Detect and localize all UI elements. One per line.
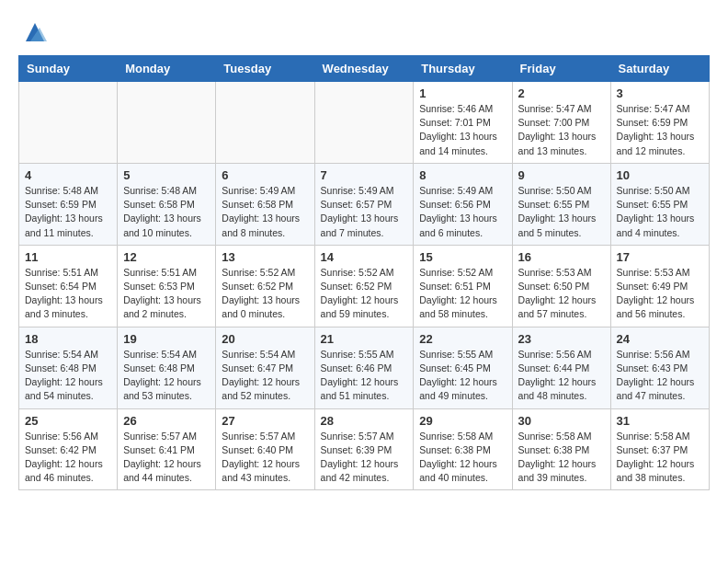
day-number: 7 — [321, 168, 408, 182]
day-number: 9 — [518, 168, 605, 182]
calendar-week-5: 25Sunrise: 5:56 AM Sunset: 6:42 PM Dayli… — [19, 408, 710, 490]
day-number: 14 — [321, 250, 408, 264]
day-number: 22 — [419, 332, 506, 346]
calendar-cell: 14Sunrise: 5:52 AM Sunset: 6:52 PM Dayli… — [314, 245, 414, 327]
day-number: 1 — [419, 86, 506, 100]
weekday-header-sunday: Sunday — [19, 56, 118, 82]
day-number: 13 — [222, 250, 308, 264]
calendar-cell: 1Sunrise: 5:46 AM Sunset: 7:01 PM Daylig… — [414, 82, 512, 164]
calendar-cell: 28Sunrise: 5:57 AM Sunset: 6:39 PM Dayli… — [314, 408, 414, 490]
day-number: 19 — [123, 332, 210, 346]
day-info: Sunrise: 5:47 AM Sunset: 6:59 PM Dayligh… — [617, 102, 703, 158]
day-info: Sunrise: 5:55 AM Sunset: 6:45 PM Dayligh… — [419, 348, 506, 404]
day-number: 2 — [518, 86, 605, 100]
day-number: 27 — [222, 414, 308, 428]
day-info: Sunrise: 5:50 AM Sunset: 6:55 PM Dayligh… — [518, 184, 605, 240]
weekday-header-tuesday: Tuesday — [216, 56, 314, 82]
calendar-week-3: 11Sunrise: 5:51 AM Sunset: 6:54 PM Dayli… — [19, 245, 710, 327]
calendar-cell: 17Sunrise: 5:53 AM Sunset: 6:49 PM Dayli… — [610, 245, 709, 327]
day-info: Sunrise: 5:57 AM Sunset: 6:39 PM Dayligh… — [321, 430, 408, 486]
calendar-week-2: 4Sunrise: 5:48 AM Sunset: 6:59 PM Daylig… — [19, 163, 710, 245]
day-info: Sunrise: 5:46 AM Sunset: 7:01 PM Dayligh… — [419, 102, 506, 158]
day-info: Sunrise: 5:51 AM Sunset: 6:53 PM Dayligh… — [123, 266, 210, 322]
day-info: Sunrise: 5:49 AM Sunset: 6:56 PM Dayligh… — [419, 184, 506, 240]
day-info: Sunrise: 5:58 AM Sunset: 6:38 PM Dayligh… — [419, 430, 506, 486]
day-number: 5 — [123, 168, 210, 182]
calendar-cell — [118, 82, 216, 164]
calendar-cell: 29Sunrise: 5:58 AM Sunset: 6:38 PM Dayli… — [414, 408, 512, 490]
calendar-cell — [19, 82, 118, 164]
day-info: Sunrise: 5:52 AM Sunset: 6:52 PM Dayligh… — [222, 266, 308, 322]
day-number: 10 — [617, 168, 703, 182]
weekday-header-monday: Monday — [118, 56, 216, 82]
calendar-cell: 4Sunrise: 5:48 AM Sunset: 6:59 PM Daylig… — [19, 163, 118, 245]
day-number: 8 — [419, 168, 506, 182]
day-info: Sunrise: 5:52 AM Sunset: 6:51 PM Dayligh… — [419, 266, 506, 322]
day-number: 11 — [25, 250, 111, 264]
day-info: Sunrise: 5:47 AM Sunset: 7:00 PM Dayligh… — [518, 102, 605, 158]
calendar-cell: 11Sunrise: 5:51 AM Sunset: 6:54 PM Dayli… — [19, 245, 118, 327]
day-number: 6 — [222, 168, 308, 182]
calendar-cell: 19Sunrise: 5:54 AM Sunset: 6:48 PM Dayli… — [118, 327, 216, 408]
calendar-table: SundayMondayTuesdayWednesdayThursdayFrid… — [18, 55, 710, 490]
calendar-header-row: SundayMondayTuesdayWednesdayThursdayFrid… — [19, 56, 710, 82]
day-info: Sunrise: 5:58 AM Sunset: 6:37 PM Dayligh… — [617, 430, 703, 486]
day-info: Sunrise: 5:57 AM Sunset: 6:41 PM Dayligh… — [123, 430, 210, 486]
page-header — [18, 18, 710, 46]
day-number: 28 — [321, 414, 408, 428]
calendar-cell: 10Sunrise: 5:50 AM Sunset: 6:55 PM Dayli… — [610, 163, 709, 245]
weekday-header-saturday: Saturday — [610, 56, 709, 82]
day-info: Sunrise: 5:55 AM Sunset: 6:46 PM Dayligh… — [321, 348, 408, 404]
calendar-cell: 15Sunrise: 5:52 AM Sunset: 6:51 PM Dayli… — [414, 245, 512, 327]
day-info: Sunrise: 5:53 AM Sunset: 6:49 PM Dayligh… — [617, 266, 703, 322]
calendar-cell: 9Sunrise: 5:50 AM Sunset: 6:55 PM Daylig… — [512, 163, 610, 245]
calendar-cell — [216, 82, 314, 164]
calendar-cell: 27Sunrise: 5:57 AM Sunset: 6:40 PM Dayli… — [216, 408, 314, 490]
day-info: Sunrise: 5:49 AM Sunset: 6:57 PM Dayligh… — [321, 184, 408, 240]
day-info: Sunrise: 5:53 AM Sunset: 6:50 PM Dayligh… — [518, 266, 605, 322]
day-number: 29 — [419, 414, 506, 428]
calendar-cell: 22Sunrise: 5:55 AM Sunset: 6:45 PM Dayli… — [414, 327, 512, 408]
weekday-header-friday: Friday — [512, 56, 610, 82]
day-info: Sunrise: 5:58 AM Sunset: 6:38 PM Dayligh… — [518, 430, 605, 486]
day-number: 15 — [419, 250, 506, 264]
logo-icon — [21, 18, 49, 46]
calendar-cell: 3Sunrise: 5:47 AM Sunset: 6:59 PM Daylig… — [610, 82, 709, 164]
calendar-cell: 24Sunrise: 5:56 AM Sunset: 6:43 PM Dayli… — [610, 327, 709, 408]
day-number: 26 — [123, 414, 210, 428]
calendar-cell: 13Sunrise: 5:52 AM Sunset: 6:52 PM Dayli… — [216, 245, 314, 327]
calendar-cell: 30Sunrise: 5:58 AM Sunset: 6:38 PM Dayli… — [512, 408, 610, 490]
day-info: Sunrise: 5:48 AM Sunset: 6:58 PM Dayligh… — [123, 184, 210, 240]
day-info: Sunrise: 5:56 AM Sunset: 6:42 PM Dayligh… — [25, 430, 111, 486]
calendar-cell: 18Sunrise: 5:54 AM Sunset: 6:48 PM Dayli… — [19, 327, 118, 408]
weekday-header-thursday: Thursday — [414, 56, 512, 82]
calendar-cell: 26Sunrise: 5:57 AM Sunset: 6:41 PM Dayli… — [118, 408, 216, 490]
day-info: Sunrise: 5:56 AM Sunset: 6:44 PM Dayligh… — [518, 348, 605, 404]
day-number: 30 — [518, 414, 605, 428]
calendar-cell — [314, 82, 414, 164]
calendar-cell: 2Sunrise: 5:47 AM Sunset: 7:00 PM Daylig… — [512, 82, 610, 164]
calendar-cell: 7Sunrise: 5:49 AM Sunset: 6:57 PM Daylig… — [314, 163, 414, 245]
day-number: 21 — [321, 332, 408, 346]
day-info: Sunrise: 5:54 AM Sunset: 6:48 PM Dayligh… — [123, 348, 210, 404]
calendar-cell: 23Sunrise: 5:56 AM Sunset: 6:44 PM Dayli… — [512, 327, 610, 408]
day-info: Sunrise: 5:52 AM Sunset: 6:52 PM Dayligh… — [321, 266, 408, 322]
calendar-cell: 5Sunrise: 5:48 AM Sunset: 6:58 PM Daylig… — [118, 163, 216, 245]
day-info: Sunrise: 5:57 AM Sunset: 6:40 PM Dayligh… — [222, 430, 308, 486]
day-number: 16 — [518, 250, 605, 264]
day-number: 23 — [518, 332, 605, 346]
calendar-cell: 21Sunrise: 5:55 AM Sunset: 6:46 PM Dayli… — [314, 327, 414, 408]
day-info: Sunrise: 5:56 AM Sunset: 6:43 PM Dayligh… — [617, 348, 703, 404]
calendar-cell: 20Sunrise: 5:54 AM Sunset: 6:47 PM Dayli… — [216, 327, 314, 408]
day-number: 3 — [617, 86, 703, 100]
logo — [18, 18, 49, 46]
day-info: Sunrise: 5:51 AM Sunset: 6:54 PM Dayligh… — [25, 266, 111, 322]
day-number: 25 — [25, 414, 111, 428]
calendar-cell: 12Sunrise: 5:51 AM Sunset: 6:53 PM Dayli… — [118, 245, 216, 327]
day-number: 17 — [617, 250, 703, 264]
day-info: Sunrise: 5:48 AM Sunset: 6:59 PM Dayligh… — [25, 184, 111, 240]
weekday-header-wednesday: Wednesday — [314, 56, 414, 82]
day-info: Sunrise: 5:54 AM Sunset: 6:47 PM Dayligh… — [222, 348, 308, 404]
day-info: Sunrise: 5:49 AM Sunset: 6:58 PM Dayligh… — [222, 184, 308, 240]
day-number: 20 — [222, 332, 308, 346]
